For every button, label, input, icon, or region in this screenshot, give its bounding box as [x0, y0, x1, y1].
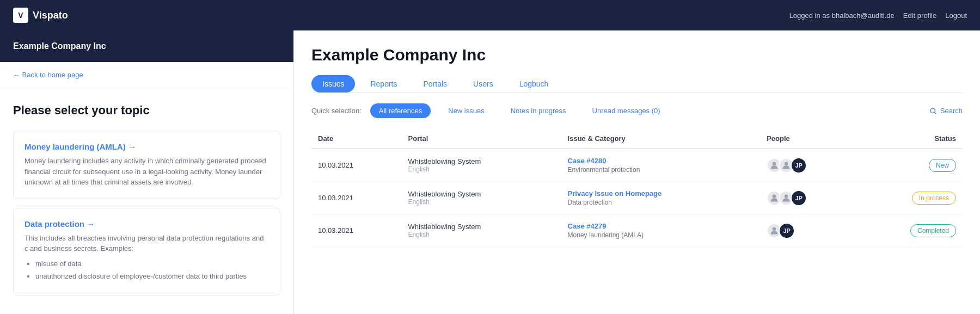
tab-portals[interactable]: Portals: [413, 75, 458, 93]
row1-issue-link[interactable]: Case #4280: [568, 157, 754, 165]
status-badge-in-process: In process: [912, 192, 956, 205]
left-company-name: Example Company Inc: [13, 41, 106, 51]
filter-unread-messages[interactable]: Unread messages (0): [584, 103, 669, 118]
topbar: V Vispato Logged in as bhalbach@auditi.d…: [0, 0, 980, 30]
row3-issue-category: Money laundering (AMLA): [568, 231, 754, 239]
logout-link[interactable]: Logout: [945, 11, 967, 20]
row1-issue-category: Environmental protection: [568, 166, 754, 174]
table-header: Date Portal Issue & Category People Stat…: [311, 129, 963, 149]
col-issue-category: Issue & Category: [561, 129, 761, 149]
row1-issue: Case #4280 Environmental protection: [561, 149, 761, 182]
row2-people: JP: [760, 182, 853, 214]
svg-point-4: [785, 194, 788, 198]
avatar-jp-1: JP: [791, 157, 807, 174]
row2-issue: Privacy Issue on Homepage Data protectio…: [561, 182, 761, 214]
topic-card-money-laundering: Money laundering (AMLA) → Money launderi…: [13, 131, 280, 199]
topic-title-data-protection[interactable]: Data protection →: [24, 219, 269, 229]
row3-portal-name: Whistleblowing System: [408, 223, 555, 231]
list-item-1: misuse of data: [35, 258, 269, 269]
filter-all-references[interactable]: All references: [370, 103, 431, 118]
row1-portal: Whistleblowing System English: [402, 149, 561, 182]
tab-reports[interactable]: Reports: [359, 75, 408, 93]
row3-issue-link[interactable]: Case #4279: [568, 222, 754, 230]
status-badge-new: New: [929, 159, 956, 172]
table-row: 10.03.2021 Whistleblowing System English…: [311, 214, 963, 247]
svg-point-2: [785, 162, 788, 165]
row2-issue-link[interactable]: Privacy Issue on Homepage: [568, 189, 754, 198]
left-panel-content: Please select your topic Money launderin…: [0, 88, 293, 314]
row3-status: Completed: [853, 214, 963, 247]
filter-new-issues[interactable]: New issues: [439, 103, 493, 118]
list-item-2: unauthorized disclosure of employee-/cus…: [35, 271, 269, 282]
table-body: 10.03.2021 Whistleblowing System English…: [311, 149, 963, 247]
row3-portal-lang: English: [408, 231, 555, 238]
svg-point-5: [773, 227, 776, 230]
col-date: Date: [311, 129, 402, 149]
col-people: People: [760, 129, 853, 149]
row3-date: 10.03.2021: [311, 214, 402, 247]
avatar-jp-3: JP: [779, 223, 795, 239]
row2-date: 10.03.2021: [311, 182, 402, 214]
col-status: Status: [853, 129, 963, 149]
row2-portal-lang: English: [408, 198, 555, 206]
right-panel-inner: Example Company Inc Issues Reports Porta…: [294, 30, 980, 93]
topic-card-data-protection: Data protection → This includes all brea…: [13, 208, 280, 295]
row2-avatars: JP: [767, 190, 847, 206]
back-link[interactable]: ← Back to home page: [13, 71, 280, 79]
tab-navigation: Issues Reports Portals Users Logbuch: [311, 75, 963, 93]
row3-people: JP: [760, 214, 853, 247]
search-button[interactable]: Search: [929, 107, 963, 115]
col-portal: Portal: [402, 129, 561, 149]
avatar-jp-2: JP: [791, 190, 807, 206]
quick-selection-bar: Quick selection: All references New issu…: [311, 103, 963, 118]
row3-portal: Whistleblowing System English: [402, 214, 561, 247]
search-label: Search: [940, 107, 963, 115]
row1-portal-lang: English: [408, 165, 555, 173]
search-icon: [929, 107, 937, 115]
right-panel: Example Company Inc Issues Reports Porta…: [294, 30, 980, 314]
topic-list-data-protection: misuse of data unauthorized disclosure o…: [24, 258, 269, 282]
row1-portal-name: Whistleblowing System: [408, 157, 555, 165]
filter-notes-in-progress[interactable]: Notes in progress: [502, 103, 575, 118]
svg-point-3: [773, 194, 776, 198]
row2-status: In process: [853, 182, 963, 214]
topic-desc-data-protection: This includes all breaches involving per…: [24, 233, 269, 282]
tab-logbuch[interactable]: Logbuch: [509, 75, 560, 93]
tab-users[interactable]: Users: [462, 75, 504, 93]
logo: V Vispato: [13, 8, 68, 23]
svg-point-1: [773, 162, 776, 165]
issues-content: Quick selection: All references New issu…: [294, 93, 980, 314]
row2-portal: Whistleblowing System English: [402, 182, 561, 214]
left-panel-header: Example Company Inc: [0, 30, 293, 62]
company-title: Example Company Inc: [311, 46, 963, 64]
table-row: 10.03.2021 Whistleblowing System English…: [311, 182, 963, 214]
edit-profile-link[interactable]: Edit profile: [903, 11, 936, 20]
table-row: 10.03.2021 Whistleblowing System English…: [311, 149, 963, 182]
quick-selection-label: Quick selection:: [311, 107, 362, 115]
issues-table: Date Portal Issue & Category People Stat…: [311, 129, 963, 247]
user-info: Logged in as bhalbach@auditi.de: [789, 11, 895, 20]
logo-icon: V: [13, 8, 28, 23]
row1-date: 10.03.2021: [311, 149, 402, 182]
left-panel-back: ← Back to home page: [0, 62, 293, 88]
row3-avatars: JP: [767, 223, 847, 239]
section-title: Please select your topic: [13, 103, 280, 118]
logo-text: Vispato: [33, 10, 68, 21]
tab-issues[interactable]: Issues: [311, 75, 355, 93]
topic-desc-money-laundering: Money laundering includes any activity i…: [24, 156, 269, 188]
row2-issue-category: Data protection: [568, 199, 754, 206]
table-header-row: Date Portal Issue & Category People Stat…: [311, 129, 963, 149]
topbar-right: Logged in as bhalbach@auditi.de Edit pro…: [789, 11, 967, 20]
row2-portal-name: Whistleblowing System: [408, 190, 555, 198]
row1-status: New: [853, 149, 963, 182]
row1-avatars: JP: [767, 157, 847, 174]
topic-title-money-laundering[interactable]: Money laundering (AMLA) →: [24, 142, 269, 151]
status-badge-completed: Completed: [910, 224, 956, 237]
row1-people: JP: [760, 149, 853, 182]
row3-issue: Case #4279 Money laundering (AMLA): [561, 214, 761, 247]
left-panel: Example Company Inc ← Back to home page …: [0, 30, 294, 314]
main-layout: Example Company Inc ← Back to home page …: [0, 30, 980, 314]
